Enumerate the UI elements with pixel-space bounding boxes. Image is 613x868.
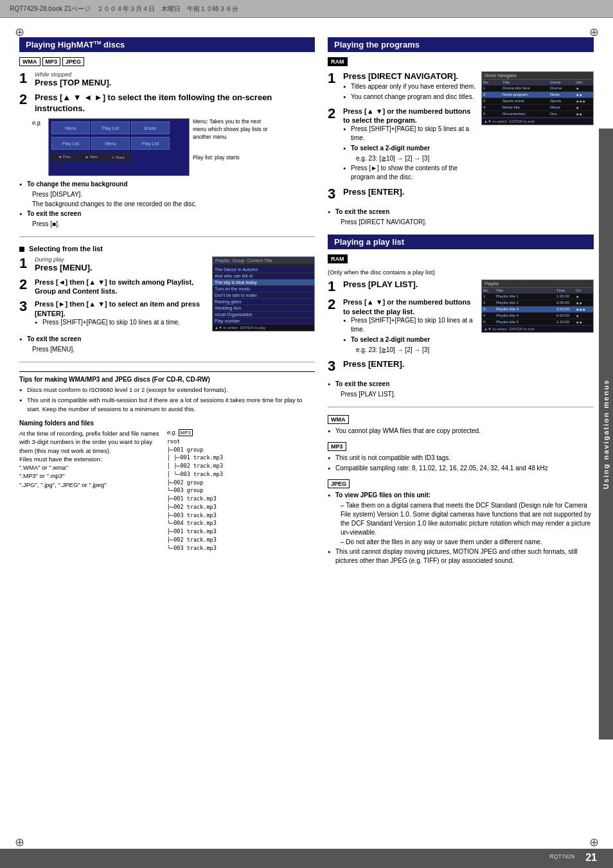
nav-header-row: No. Title Genre Info: [482, 80, 593, 85]
pl-row-9: Play number: [213, 318, 314, 324]
pl2-r1-title: Playlist title 1: [496, 294, 556, 299]
naming-title: Naming folders and files: [19, 420, 315, 427]
badge-mp3-note: MP3: [328, 442, 346, 451]
tree-001-track: │ ├─001 track.mp3: [167, 454, 223, 462]
pl2-header-row: No. Title Time Ch.: [482, 288, 593, 294]
left-step-1: 1 While stopped Press [TOP MENU].: [19, 71, 315, 89]
pl-step-3-text: Press [ENTER].: [343, 359, 594, 370]
menu-nav-row: ◄ Prev ▲ Next ↩ Back: [49, 152, 189, 164]
step-num-1: 1: [19, 71, 31, 89]
pl2-r2-ch: ★★: [576, 301, 592, 305]
pl2-title-bar: Playlist: [482, 280, 593, 288]
sel-step-num-3: 3: [19, 299, 31, 328]
nav-row-3: 3 Sports event Sports ★★★: [482, 98, 593, 105]
nav-r3-no: 3: [483, 99, 502, 103]
select-steps-area: Playlist Group Content Title The Dance i…: [19, 256, 315, 332]
sel-step-3-bullet: Press [SHIFT]+[PAGE] to skip 10 lines at…: [35, 318, 207, 327]
pl-bullet-2a: Press [SHIFT]+[PAGE] to skip 10 lines at…: [343, 316, 476, 334]
left-section-header: Playing HighMATTM discs: [19, 37, 315, 52]
step-1-text: Press [TOP MENU].: [35, 78, 315, 89]
divider-1: [19, 236, 315, 237]
pl-bullet-2b: To select a 2-digit number: [343, 335, 476, 344]
exit-press-menu: Press [MENU].: [19, 345, 315, 354]
naming-text: At the time of recording, prefix folder …: [19, 429, 161, 553]
pl-step-2-text: Press [▲ ▼] or the numbered buttons to s…: [343, 297, 476, 316]
prog-exit-note: To exit the screen Press [DIRECT NAVIGAT…: [328, 208, 594, 227]
pl-row-8: Vocal Organization: [213, 312, 314, 318]
prog-step-num-2: 2: [328, 107, 339, 184]
prog-indent-2c: e.g. 23: [≧10] → [2] → [3]: [343, 154, 476, 163]
pl2-hdr-title: Title: [496, 288, 556, 292]
pl-nav-enter: ENTER to play: [240, 326, 266, 330]
menu-nav-3: ↩ Back: [105, 152, 131, 161]
pl-step-1-content: Press [PLAY LIST].: [343, 279, 476, 294]
tab-group: Group: [232, 258, 244, 263]
pl-step-num-1: 1: [328, 279, 339, 294]
select-step-2: 2 Press [◄] then [▲ ▼] to switch among P…: [19, 278, 207, 296]
page: RQT7429-28.book 21ページ ２００４年３月４日 木曜日 午前１０…: [0, 0, 613, 868]
programs-steps: Direct Navigator No. Title Genre Info 1 …: [328, 71, 594, 205]
pl2-title: Playlist: [484, 281, 499, 286]
left-step-2: 2 Press [▲ ▼ ◄ ►] to select the item fol…: [19, 93, 315, 114]
nav-title: Direct Navigator: [484, 73, 517, 78]
pl-row-5: Don't be late to make: [213, 292, 314, 299]
header-bar: RQT7429-28.book 21ページ ２００４年３月４日 木曜日 午前１０…: [0, 0, 613, 18]
pl2-row-3: 3 Playlist title 3 2:00:00 ★★★: [482, 306, 593, 313]
tree-003-003-track: ├─003 track.mp3: [167, 511, 223, 520]
tree-001-group: ├─001 group: [167, 446, 223, 454]
nav-r3-title: Sports event: [502, 99, 550, 103]
pl-step-3-content: Press [ENTER].: [343, 359, 594, 373]
note-wma-item: You cannot play WMA files that are copy …: [328, 427, 594, 436]
menu-top-row: Menu Play List Erase: [49, 119, 189, 136]
pl-row-4: Turn on the music: [213, 286, 314, 292]
pl-nav-select: ▲▼ to select: [215, 326, 238, 330]
pl2-r2-title: Playlist title 2: [496, 301, 556, 305]
tree-002-group: ├─002 group: [167, 479, 223, 487]
divider-2: [19, 362, 315, 362]
nav-row-4: 4 Movie title Movie ★: [482, 105, 593, 111]
nav-r2-no: 2: [483, 93, 502, 97]
pl-exit-press: Press [PLAY LIST].: [328, 390, 594, 399]
pl-row-1: The Dance in Autumn: [213, 267, 314, 273]
tree-003-track-b: └─003 track.mp3: [167, 544, 223, 553]
prog-bullet-2b: To select a 2-digit number: [343, 144, 476, 153]
eg-area: e.g. Menu Play List Erase Play List Menu…: [32, 118, 315, 176]
note-jpeg-badge-row: JPEG: [328, 479, 594, 488]
pl2-r1-ch: ★: [576, 294, 592, 299]
naming-section: Naming folders and files At the time of …: [19, 420, 315, 553]
tips-section: Tips for making WMA/MP3 and JPEG discs (…: [19, 371, 315, 413]
select-step-3: 3 Press [►] then [▲ ▼] to select an item…: [19, 299, 207, 328]
sel-step-num-1: 1: [19, 256, 31, 274]
nav-row-5: 5 Documentary Doc. ★★: [482, 111, 593, 118]
note-jpeg-take: – Take them on a digital camera that mee…: [328, 501, 594, 537]
note-jpeg-motion: This unit cannot display moving pictures…: [328, 547, 594, 565]
playlist-section-header: Playing a play list: [328, 235, 594, 249]
bullet-change-bg: To change the menu background: [19, 180, 315, 189]
mp3-badge: MP3: [179, 429, 193, 436]
prog-step-1-text: Press [DIRECT NAVIGATOR].: [343, 71, 476, 82]
playlist-screenshot-area: Playlist Group Content Title The Dance i…: [212, 256, 315, 332]
pl2-r2-no: 2: [483, 301, 496, 305]
pl2-r1-no: 1: [483, 294, 496, 299]
step-2-text: Press [▲ ▼ ◄ ►] to select the item follo…: [35, 93, 315, 114]
note-wma: WMA You cannot play WMA files that are c…: [328, 415, 594, 436]
corner-mark-br: [587, 836, 600, 849]
corner-mark-tl: [13, 26, 26, 39]
selecting-label: Selecting from the list: [29, 245, 103, 252]
note-mp3-badge-row: MP3: [328, 442, 594, 451]
prog-step-1-content: Press [DIRECT NAVIGATOR]. Titles appear …: [343, 71, 476, 103]
pl2-select-hint: ▲▼ to select: [484, 327, 507, 331]
menu-nav-2: ▲ Next: [78, 152, 104, 161]
menu-btn-5: Menu: [91, 137, 130, 150]
nav-hdr-genre: Genre: [550, 80, 576, 84]
playlist-screen-2: Playlist No. Title Time Ch. 1 Playlist t…: [481, 279, 594, 333]
nav-r2-info: ★★: [576, 93, 592, 97]
select-step-1: 1 During play Press [MENU].: [19, 256, 207, 274]
pl2-r4-title: Playlist title 4: [496, 314, 556, 318]
prog-step-num-1: 1: [328, 71, 339, 103]
pl2-row-5: 5 Playlist title 5 1:15:00 ★★: [482, 319, 593, 325]
tree-root: root: [167, 438, 223, 446]
prog-step-2-text: Press [▲ ▼] or the numbered buttons to s…: [343, 107, 476, 125]
badge-wma-note: WMA: [328, 415, 349, 424]
pl2-hdr-time: Time: [556, 288, 576, 292]
